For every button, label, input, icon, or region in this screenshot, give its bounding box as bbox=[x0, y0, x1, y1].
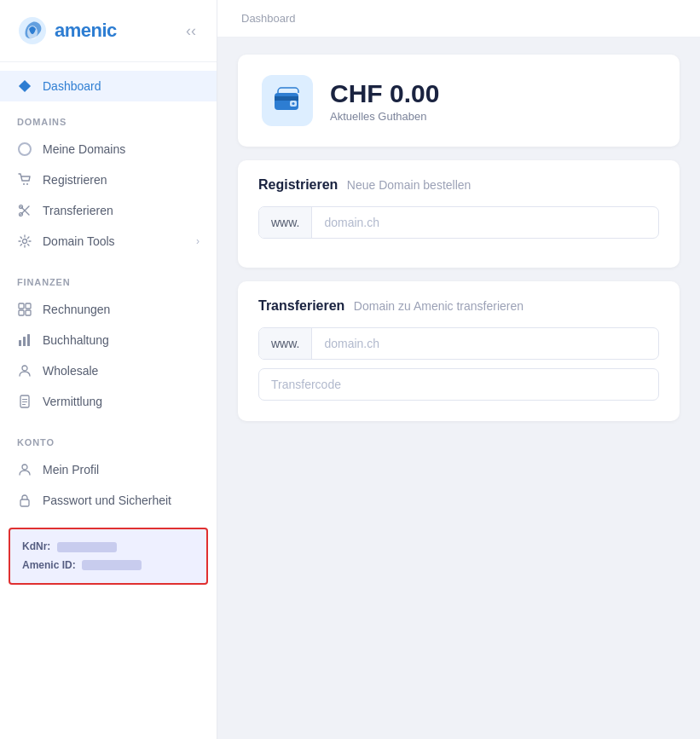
transferieren-domain-input[interactable] bbox=[312, 328, 658, 359]
sidebar-item-vermittlung[interactable]: Vermittlung bbox=[0, 386, 217, 417]
main-content: CHF 0.00 Aktuelles Guthaben Registrieren… bbox=[217, 38, 700, 438]
footer-amenic-id: Amenic ID: bbox=[22, 557, 194, 575]
sidebar-item-meine-domains[interactable]: Meine Domains bbox=[0, 134, 217, 165]
kdnr-value bbox=[57, 542, 117, 552]
sidebar-item-passwort-sicherheit[interactable]: Passwort und Sicherheit bbox=[0, 485, 217, 516]
breadcrumb: Dashboard bbox=[217, 0, 700, 38]
chart-icon bbox=[17, 332, 32, 348]
registrieren-input-group: www. bbox=[258, 206, 659, 239]
svg-rect-10 bbox=[26, 310, 31, 315]
sidebar: amenic ‹‹ Dashboard DOMAINS Meine Domain… bbox=[0, 0, 217, 739]
sidebar-collapse-button[interactable]: ‹‹ bbox=[182, 19, 200, 43]
balance-label: Aktuelles Guthaben bbox=[330, 110, 439, 123]
person2-icon bbox=[17, 462, 32, 477]
kdnr-label: KdNr: bbox=[22, 540, 50, 552]
sidebar-item-rechnungen[interactable]: Rechnungen bbox=[0, 294, 217, 325]
konto-section-label: KONTO bbox=[0, 437, 217, 454]
sidebar-label-domain-tools: Domain Tools bbox=[43, 234, 115, 248]
transferieren-title-strong: Transferieren bbox=[258, 298, 344, 313]
person-icon bbox=[17, 363, 32, 378]
sidebar-label-rechnungen: Rechnungen bbox=[43, 303, 110, 316]
circle-icon bbox=[17, 141, 32, 157]
domains-section-label: DOMAINS bbox=[0, 117, 217, 134]
svg-rect-20 bbox=[20, 499, 29, 506]
grid-icon bbox=[17, 302, 32, 317]
transferieren-title: Transferieren Domain zu Amenic transferi… bbox=[258, 298, 659, 314]
sidebar-item-mein-profil[interactable]: Mein Profil bbox=[0, 454, 217, 485]
lock-icon bbox=[17, 493, 32, 508]
transferieren-input-group: www. bbox=[258, 327, 659, 360]
sidebar-item-dashboard[interactable]: Dashboard bbox=[0, 71, 217, 101]
svg-point-19 bbox=[22, 465, 27, 470]
document-icon bbox=[17, 394, 32, 409]
registrieren-section: Registrieren Neue Domain bestellen www. bbox=[238, 160, 680, 268]
registrieren-domain-input[interactable] bbox=[312, 207, 658, 238]
sidebar-header: amenic ‹‹ bbox=[0, 0, 217, 62]
footer-kdnr: KdNr: bbox=[22, 538, 194, 557]
registrieren-title-strong: Registrieren bbox=[258, 177, 338, 192]
sidebar-footer: KdNr: Amenic ID: bbox=[9, 528, 208, 585]
registrieren-subtitle: Neue Domain bestellen bbox=[347, 178, 471, 192]
sidebar-item-transferieren[interactable]: Transferieren bbox=[0, 195, 217, 226]
main-content-area: Dashboard CHF 0.00 Aktuelles Guthaben bbox=[217, 0, 700, 739]
sidebar-label-mein-profil: Mein Profil bbox=[43, 463, 99, 476]
amenic-id-label: Amenic ID: bbox=[22, 559, 76, 571]
transferieren-prefix: www. bbox=[259, 328, 312, 359]
svg-rect-7 bbox=[19, 303, 24, 309]
diamond-icon bbox=[17, 78, 32, 94]
sidebar-item-domain-tools[interactable]: Domain Tools › bbox=[0, 226, 217, 257]
svg-rect-12 bbox=[23, 337, 26, 346]
sidebar-label-registrieren: Registrieren bbox=[43, 173, 107, 187]
wallet-icon bbox=[273, 86, 302, 115]
registrieren-prefix: www. bbox=[259, 207, 312, 238]
gear-icon bbox=[17, 234, 32, 249]
svg-rect-9 bbox=[19, 310, 24, 315]
sidebar-item-registrieren[interactable]: Registrieren bbox=[0, 165, 217, 195]
svg-rect-11 bbox=[19, 340, 21, 346]
finanzen-section-label: FINANZEN bbox=[0, 277, 217, 294]
nav-section-domains: DOMAINS Meine Domains Registrieren Trans… bbox=[0, 101, 217, 262]
svg-point-6 bbox=[23, 240, 27, 244]
logo-icon bbox=[17, 15, 48, 46]
breadcrumb-text: Dashboard bbox=[241, 12, 296, 25]
nav-section-konto: KONTO Mein Profil Passwort und Sicherhei… bbox=[0, 422, 217, 521]
balance-amount: CHF 0.00 bbox=[330, 79, 439, 108]
sidebar-label-meine-domains: Meine Domains bbox=[43, 142, 125, 156]
svg-point-14 bbox=[22, 366, 27, 371]
amenic-id-value bbox=[82, 560, 142, 570]
registrieren-title: Registrieren Neue Domain bestellen bbox=[258, 177, 659, 193]
scissors-icon bbox=[17, 203, 32, 218]
transferieren-section: Transferieren Domain zu Amenic transferi… bbox=[238, 281, 680, 421]
sidebar-label-passwort-sicherheit: Passwort und Sicherheit bbox=[43, 494, 171, 507]
sidebar-label-buchhaltung: Buchhaltung bbox=[43, 333, 109, 347]
svg-rect-22 bbox=[275, 96, 298, 101]
cart-icon bbox=[17, 172, 32, 188]
sidebar-label-transferieren: Transferieren bbox=[43, 204, 113, 217]
transferieren-subtitle: Domain zu Amenic transferieren bbox=[354, 299, 524, 313]
svg-point-3 bbox=[26, 183, 28, 185]
sidebar-label-vermittlung: Vermittlung bbox=[43, 395, 102, 408]
balance-card: CHF 0.00 Aktuelles Guthaben bbox=[238, 55, 680, 147]
svg-rect-8 bbox=[26, 303, 31, 309]
svg-point-24 bbox=[292, 102, 295, 105]
balance-info: CHF 0.00 Aktuelles Guthaben bbox=[330, 79, 439, 123]
svg-rect-13 bbox=[27, 334, 30, 346]
sidebar-label-wholesale: Wholesale bbox=[43, 364, 98, 378]
sidebar-item-wholesale[interactable]: Wholesale bbox=[0, 355, 217, 386]
svg-point-2 bbox=[23, 183, 25, 185]
sidebar-dashboard-label: Dashboard bbox=[43, 79, 101, 93]
logo-area: amenic bbox=[17, 15, 117, 46]
logo-text: amenic bbox=[55, 20, 117, 42]
wallet-icon-wrap bbox=[262, 75, 313, 126]
chevron-right-icon: › bbox=[196, 235, 200, 247]
transfer-code-input[interactable] bbox=[258, 368, 659, 401]
sidebar-item-buchhaltung[interactable]: Buchhaltung bbox=[0, 325, 217, 355]
nav-section-finanzen: FINANZEN Rechnungen Buchhaltung Wholesal… bbox=[0, 262, 217, 422]
